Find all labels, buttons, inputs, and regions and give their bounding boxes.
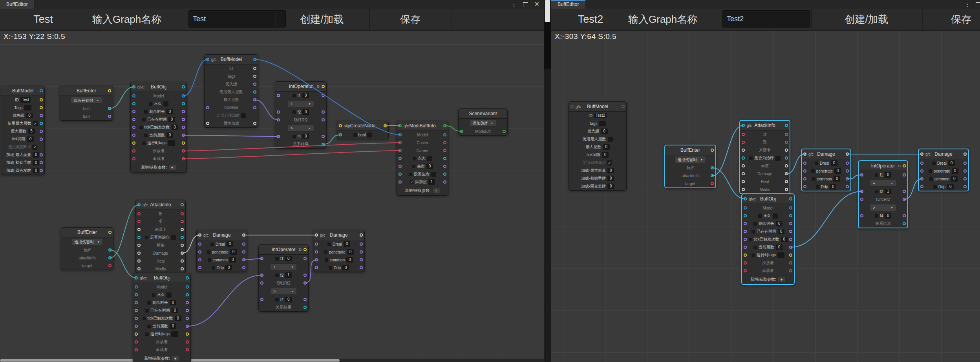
dropdown[interactable]: >▼: [870, 204, 896, 211]
input-port[interactable]: [137, 259, 141, 263]
value-field[interactable]: 0: [885, 213, 891, 219]
output-port[interactable]: [242, 243, 245, 246]
input-port[interactable]: [206, 122, 209, 125]
output-port[interactable]: [242, 266, 245, 269]
checkbox[interactable]: [929, 169, 932, 173]
output-port[interactable]: [903, 222, 906, 225]
input-port[interactable]: [742, 124, 745, 127]
maximize-icon[interactable]: [976, 2, 980, 7]
output-port[interactable]: [304, 281, 307, 285]
value-field[interactable]: 5: [28, 129, 35, 134]
input-port[interactable]: [860, 173, 863, 176]
node-Damage[interactable]: g/cDamageDreal0penetrate0common0Ddp0: [801, 149, 851, 191]
output-port[interactable]: [182, 126, 185, 129]
value-field[interactable]: 0: [885, 172, 891, 178]
output-port[interactable]: [186, 285, 189, 288]
output-port[interactable]: [304, 257, 307, 260]
checkbox[interactable]: [143, 317, 146, 320]
value-field[interactable]: 0: [175, 316, 181, 321]
output-port[interactable]: [304, 248, 307, 251]
input-port[interactable]: [803, 177, 806, 180]
input-port[interactable]: [137, 212, 141, 215]
dropdown[interactable]: +▼: [870, 180, 896, 187]
checkbox[interactable]: [171, 235, 176, 240]
checkbox[interactable]: [427, 156, 432, 161]
output-port[interactable]: [443, 124, 446, 127]
checkbox[interactable]: [208, 258, 211, 262]
input-port[interactable]: [132, 85, 135, 88]
input-port[interactable]: [742, 180, 745, 183]
node-BuffEnter[interactable]: BuffEnter回合开始时▼buffturn: [60, 86, 113, 121]
value-field[interactable]: 0: [33, 152, 39, 158]
value-field[interactable]: 0: [952, 168, 958, 174]
input-port[interactable]: [198, 266, 201, 269]
input-port[interactable]: [137, 236, 141, 239]
output-port[interactable]: [443, 165, 446, 168]
output-port[interactable]: [360, 233, 363, 237]
value-field[interactable]: 0: [302, 134, 309, 139]
output-port[interactable]: [443, 173, 446, 176]
value-field[interactable]: 0: [229, 257, 236, 263]
output-port[interactable]: [903, 164, 906, 167]
input-port[interactable]: [742, 172, 745, 175]
value-field[interactable]: 0: [426, 164, 433, 169]
output-port[interactable]: [181, 252, 184, 255]
input-port[interactable]: [744, 269, 747, 272]
output-port[interactable]: [964, 162, 967, 165]
add-param-button[interactable]: +: [168, 165, 176, 171]
input-port[interactable]: [315, 243, 318, 246]
output-port[interactable]: [253, 67, 256, 70]
value-field[interactable]: 0: [776, 221, 783, 226]
value-field[interactable]: 1: [428, 179, 435, 185]
value-field[interactable]: 0: [834, 176, 840, 182]
output-port[interactable]: [360, 250, 363, 254]
value-field[interactable]: 0: [947, 184, 954, 189]
output-port[interactable]: [182, 94, 185, 97]
checkbox[interactable]: [329, 266, 332, 270]
checkbox[interactable]: [142, 141, 146, 145]
value-field[interactable]: 0: [170, 323, 176, 329]
checkbox[interactable]: [327, 243, 331, 246]
output-port[interactable]: [253, 122, 256, 125]
checkbox[interactable]: [749, 238, 752, 241]
output-port[interactable]: [846, 153, 849, 156]
checkbox[interactable]: [147, 325, 151, 328]
value-field[interactable]: [777, 252, 784, 258]
value-field[interactable]: 0: [834, 168, 841, 174]
output-port[interactable]: [443, 180, 446, 184]
checkbox[interactable]: [324, 250, 327, 254]
dropdown[interactable]: 造成伤害时▼: [71, 238, 103, 245]
output-port[interactable]: [186, 340, 189, 344]
input-port[interactable]: [135, 276, 138, 279]
value-field[interactable]: 0: [601, 129, 608, 134]
checkbox[interactable]: [751, 254, 755, 257]
output-port[interactable]: [846, 162, 849, 165]
input-port[interactable]: [135, 285, 138, 288]
input-port[interactable]: [742, 133, 745, 136]
checkbox[interactable]: [275, 298, 279, 301]
dropdown[interactable]: +▼: [270, 263, 297, 270]
output-port[interactable]: [789, 261, 792, 265]
node-BuffEnter[interactable]: BuffEnter造成伤害时▼buffattackInfotarget: [664, 145, 716, 188]
output-port[interactable]: [181, 267, 184, 270]
checkbox[interactable]: [431, 172, 436, 177]
output-port[interactable]: [964, 169, 967, 173]
output-port[interactable]: [360, 258, 363, 261]
output-port[interactable]: [304, 274, 307, 277]
checkbox[interactable]: [751, 230, 755, 233]
dropdown[interactable]: >▼: [287, 125, 314, 132]
input-port[interactable]: [339, 124, 342, 127]
kebab-menu-icon[interactable]: ⋮: [512, 2, 517, 7]
value-field[interactable]: 0: [602, 152, 609, 158]
output-port[interactable]: [785, 156, 788, 160]
checkbox[interactable]: [207, 250, 210, 254]
input-port[interactable]: [744, 238, 747, 241]
dropdown[interactable]: 造成伤害时▼: [675, 156, 706, 163]
output-port[interactable]: [253, 83, 256, 86]
output-port[interactable]: [182, 149, 185, 153]
output-port[interactable]: [181, 236, 184, 239]
checkbox[interactable]: [145, 333, 149, 336]
output-port[interactable]: [40, 169, 43, 172]
input-port[interactable]: [198, 258, 201, 261]
input-port[interactable]: [277, 94, 280, 97]
